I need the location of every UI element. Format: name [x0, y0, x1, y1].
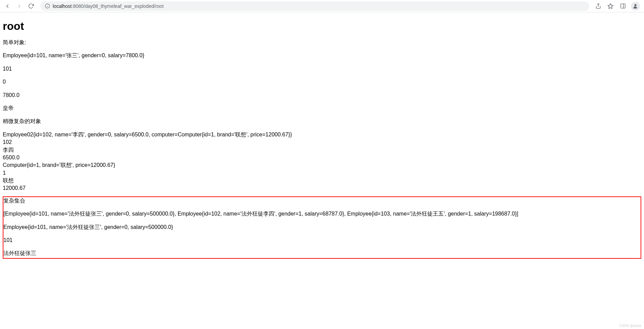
employee-salary: 7800.0	[3, 92, 641, 99]
url-bar[interactable]: localhost:8080/day08_thymeleaf_war_explo…	[40, 1, 589, 11]
employee-id: 101	[3, 65, 641, 73]
emperor-text: 皇帝	[3, 105, 641, 112]
collection-list: [Employee{id=101, name='法外狂徒张三', gender=…	[3, 210, 641, 218]
svg-point-7	[634, 4, 636, 6]
complex-label: 稍微复杂的对象	[3, 118, 641, 125]
sidepanel-icon[interactable]	[619, 2, 627, 10]
computer-brand: 联想	[3, 177, 641, 184]
computer-tostring: Computer{id=1, brand='联想', price=12000.6…	[3, 161, 641, 169]
employee02-salary: 6500.0	[3, 154, 641, 161]
collection-first-id: 101	[3, 236, 641, 244]
collection-first-emp: Employee{id=101, name='法外狂徒张三', gender=0…	[3, 223, 641, 231]
forward-button[interactable]	[14, 1, 24, 11]
reload-button[interactable]	[26, 1, 36, 11]
back-button[interactable]	[3, 1, 12, 11]
employee-gender: 0	[3, 78, 641, 86]
svg-rect-5	[621, 4, 625, 8]
collection-first-name: 法外狂徒张三	[3, 249, 641, 257]
employee-tostring: Employee{id=101, name='张三', gender=0, sa…	[3, 52, 641, 59]
computer-id: 1	[3, 169, 641, 177]
profile-avatar[interactable]	[631, 2, 640, 11]
simple-label: 简单对象:	[3, 39, 641, 46]
browser-toolbar: localhost:8080/day08_thymeleaf_war_explo…	[0, 0, 644, 12]
employee02-name: 李四	[3, 146, 641, 154]
toolbar-right	[594, 2, 641, 11]
employee02-tostring: Employee02{id=102, name='李四', gender=0, …	[3, 131, 641, 138]
svg-marker-4	[608, 3, 613, 8]
collection-box: 复杂集合 [Employee{id=101, name='法外狂徒张三', ge…	[3, 196, 641, 259]
url-text: localhost:8080/day08_thymeleaf_war_explo…	[53, 3, 164, 9]
computer-price: 12000.67	[3, 184, 641, 192]
page-content: root 简单对象: Employee{id=101, name='张三', g…	[0, 12, 644, 261]
share-icon[interactable]	[594, 2, 602, 10]
star-icon[interactable]	[606, 2, 615, 10]
page-heading: root	[3, 20, 641, 33]
info-icon[interactable]	[45, 3, 50, 9]
collection-label: 复杂集合	[3, 197, 641, 205]
employee02-id: 102	[3, 138, 641, 146]
